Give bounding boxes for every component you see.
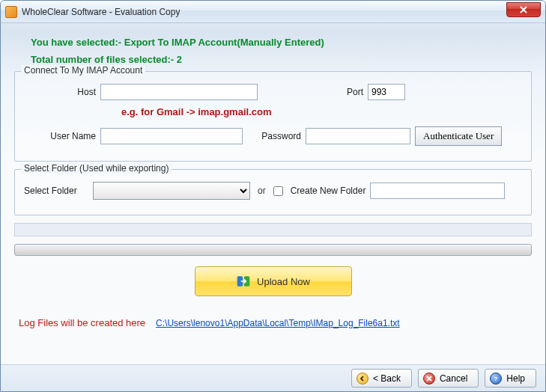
- footer-bar: < Back Cancel ? Help: [1, 364, 545, 391]
- back-button[interactable]: < Back: [351, 369, 412, 388]
- username-label: User Name: [24, 131, 96, 141]
- imap-legend: Connect To My IMAP Account: [21, 65, 145, 76]
- selected-export-line: You have selected:- Export To IMAP Accou…: [31, 37, 532, 48]
- back-icon: [357, 373, 368, 385]
- content-area: You have selected:- Export To IMAP Accou…: [1, 23, 545, 337]
- upload-button[interactable]: Upload Now: [195, 266, 352, 296]
- upload-icon: [236, 274, 251, 289]
- log-path-link[interactable]: C:\Users\lenovo1\AppData\Local\Temp\IMap…: [156, 318, 400, 328]
- log-line: Log Files will be created here C:\Users\…: [19, 317, 532, 328]
- username-input[interactable]: [100, 128, 243, 144]
- or-text: or: [258, 186, 266, 196]
- folder-fieldset: Select Folder (Used while exporting) Sel…: [14, 169, 532, 215]
- authenticate-button[interactable]: Authenticate User: [415, 126, 502, 146]
- close-button[interactable]: [506, 2, 541, 17]
- password-label: Password: [247, 131, 301, 141]
- imap-fieldset: Connect To My IMAP Account Host Port e.g…: [14, 71, 532, 162]
- help-label: Help: [506, 373, 525, 384]
- app-window: WholeClear Software - Evaluation Copy Yo…: [0, 0, 546, 392]
- window-title: WholeClear Software - Evaluation Copy: [22, 7, 180, 17]
- help-icon: ?: [490, 373, 502, 385]
- status-strip: [14, 223, 532, 236]
- svg-text:?: ?: [494, 376, 498, 382]
- help-button[interactable]: ? Help: [485, 369, 536, 388]
- progress-bar: [14, 244, 532, 256]
- cancel-icon: [423, 373, 435, 385]
- port-label: Port: [336, 87, 363, 97]
- cancel-label: Cancel: [440, 373, 467, 384]
- upload-label: Upload Now: [257, 276, 310, 287]
- host-input[interactable]: [100, 84, 258, 100]
- close-icon: [520, 6, 527, 13]
- create-folder-checkbox[interactable]: [273, 186, 283, 196]
- titlebar: WholeClear Software - Evaluation Copy: [1, 1, 545, 23]
- gmail-hint: e.g. for Gmail -> imap.gmail.com: [121, 106, 522, 117]
- folder-legend: Select Folder (Used while exporting): [21, 163, 172, 174]
- create-folder-label: Create New Folder: [291, 186, 366, 196]
- port-input[interactable]: [368, 84, 405, 100]
- cancel-button[interactable]: Cancel: [418, 369, 479, 388]
- select-folder-label: Select Folder: [24, 186, 88, 196]
- folder-select[interactable]: [93, 182, 250, 200]
- app-icon: [5, 6, 17, 18]
- file-count-line: Total number of files selected:- 2: [31, 54, 532, 65]
- password-input[interactable]: [306, 128, 410, 144]
- host-label: Host: [24, 87, 96, 97]
- log-label: Log Files will be created here: [19, 317, 145, 328]
- create-folder-input[interactable]: [370, 183, 505, 199]
- back-label: < Back: [373, 373, 401, 384]
